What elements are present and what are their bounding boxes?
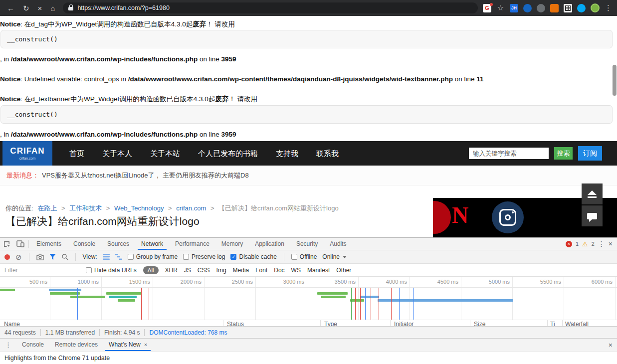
news-text[interactable]: VPS服务器又从fzhost.net换回Linode了， 主要仍用朋友推荐的大前… (42, 171, 249, 180)
filter-type-manifest[interactable]: Manifest (307, 267, 330, 274)
filter-type-css[interactable]: CSS (198, 267, 210, 274)
preserve-log-checkbox[interactable]: Preserve log (183, 253, 225, 260)
browser-menu-icon[interactable]: ⋮ (605, 3, 612, 12)
extension-icon-2[interactable] (523, 4, 532, 12)
whats-new-close-icon[interactable]: × (144, 339, 147, 351)
tab-performance[interactable]: Performance (169, 238, 215, 250)
drawer-menu-icon[interactable]: ⋮ (0, 341, 16, 349)
page-scrollbar-thumb[interactable] (613, 65, 617, 96)
screenshot-camera-icon[interactable] (36, 254, 44, 260)
subscribe-button[interactable]: 订阅 (578, 146, 602, 161)
inspect-element-icon[interactable] (0, 238, 13, 250)
nav-item-books[interactable]: 个人已发布的书籍 (189, 141, 267, 166)
drawer-tab-whats-new[interactable]: What's New × (103, 339, 153, 351)
tab-console[interactable]: Console (67, 238, 101, 250)
tab-security[interactable]: Security (290, 238, 324, 250)
col-size[interactable]: Size (474, 321, 485, 326)
extension-icon-jh[interactable]: JH (510, 4, 518, 12)
nav-item-contact[interactable]: 联系我 (307, 141, 348, 166)
netflix-logo[interactable]: N (452, 204, 468, 227)
back-to-top-button[interactable] (582, 183, 603, 204)
filter-type-img[interactable]: Img (216, 267, 226, 274)
filter-type-font[interactable]: Font (255, 267, 267, 274)
network-waterfall-area[interactable] (0, 288, 617, 320)
tab-application[interactable]: Application (249, 238, 290, 250)
clear-icon[interactable]: ⊘ (15, 253, 22, 261)
filter-type-ws[interactable]: WS (291, 267, 301, 274)
comments-button[interactable] (582, 205, 603, 226)
nav-item-about-me[interactable]: 关于本人 (93, 141, 141, 166)
tab-memory[interactable]: Memory (215, 238, 249, 250)
filter-type-doc[interactable]: Doc (274, 267, 284, 274)
url-text[interactable]: https://www.crifan.com/?p=61980 (77, 4, 169, 11)
search-button[interactable]: 搜索 (554, 147, 573, 160)
devtools-more-icon[interactable]: ⋮ (598, 240, 605, 247)
address-bar[interactable]: https://www.crifan.com/?p=61980 (63, 2, 478, 13)
back-icon[interactable]: ← (7, 4, 14, 12)
col-status[interactable]: Status (227, 321, 244, 326)
disable-cache-checkbox[interactable]: ✓ Disable cache (230, 253, 276, 260)
site-logo[interactable]: CRIFAN crifan.com (2, 141, 52, 166)
nav-item-about-site[interactable]: 关于本站 (141, 141, 189, 166)
offline-checkbox[interactable]: Offline (291, 253, 317, 260)
filter-type-other[interactable]: Other (336, 267, 351, 274)
error-badge-icon[interactable]: × (566, 241, 572, 247)
search-input[interactable] (469, 148, 549, 159)
breadcrumb-link-web[interactable]: Web_Technology (114, 204, 164, 212)
network-request-bar[interactable] (106, 292, 141, 295)
search-icon[interactable] (61, 253, 68, 260)
network-request-bar[interactable] (350, 299, 364, 302)
network-request-bar[interactable] (0, 289, 15, 291)
drawer-close-icon[interactable]: × (609, 342, 613, 349)
nav-item-home[interactable]: 首页 (60, 141, 93, 166)
drawer-tab-console[interactable]: Console (16, 339, 49, 351)
network-request-bar[interactable] (70, 296, 105, 298)
throttling-dropdown[interactable]: Online (322, 253, 347, 260)
network-request-bar[interactable] (360, 296, 379, 298)
view-overview-icon[interactable] (115, 254, 122, 260)
filter-type-xhr[interactable]: XHR (165, 267, 178, 274)
network-request-bar[interactable] (317, 292, 348, 295)
network-timeline[interactable]: 500 ms1000 ms1500 ms2000 ms2500 ms3000 m… (0, 277, 617, 288)
col-time[interactable]: Ti (550, 321, 555, 326)
view-rows-icon[interactable] (103, 254, 110, 260)
nav-item-support[interactable]: 支持我 (267, 141, 307, 166)
network-request-bar[interactable] (109, 296, 137, 298)
drawer-tab-remote-devices[interactable]: Remote devices (49, 339, 103, 351)
extension-icon-3[interactable] (537, 4, 545, 12)
device-toolbar-icon[interactable] (13, 238, 27, 250)
extension-icon-4[interactable] (550, 4, 559, 12)
bookmark-star-icon[interactable]: ☆ (496, 4, 505, 12)
network-filter-input[interactable] (4, 267, 79, 274)
breadcrumb-link-crifan[interactable]: crifan.com (176, 204, 206, 212)
col-waterfall[interactable]: Waterfall (565, 321, 589, 326)
col-type[interactable]: Type (324, 321, 337, 326)
tab-elements[interactable]: Elements (30, 238, 67, 250)
col-name[interactable]: Name (4, 321, 20, 326)
col-initiator[interactable]: Initiator (394, 321, 413, 326)
extension-icon-1[interactable]: G (483, 4, 491, 12)
breadcrumb-link-tech[interactable]: 工作和技术 (69, 204, 102, 212)
tab-sources[interactable]: Sources (101, 238, 135, 250)
instagram-logo[interactable] (492, 201, 524, 233)
reload-icon[interactable]: ↻ (23, 4, 29, 12)
filter-funnel-icon[interactable] (49, 254, 56, 260)
network-request-bar[interactable] (49, 289, 81, 291)
warning-icon[interactable]: ⚠ (582, 241, 588, 247)
group-by-frame-checkbox[interactable]: Group by frame (128, 253, 178, 260)
network-request-bar[interactable] (378, 299, 513, 302)
filter-type-all[interactable]: All (143, 266, 159, 274)
profile-avatar[interactable] (591, 3, 600, 12)
devtools-close-icon[interactable]: × (609, 240, 613, 247)
tab-audits[interactable]: Audits (324, 238, 352, 250)
filter-type-media[interactable]: Media (233, 267, 249, 274)
network-request-bar[interactable] (118, 299, 135, 302)
extension-icon-qr[interactable] (564, 4, 572, 12)
home-icon[interactable]: ⌂ (50, 4, 55, 12)
network-request-bar[interactable] (321, 296, 346, 298)
record-button[interactable] (4, 254, 10, 260)
tab-network[interactable]: Network (135, 238, 169, 250)
extension-icon-5[interactable] (577, 4, 586, 12)
breadcrumb-link-home[interactable]: 在路上 (37, 204, 57, 212)
network-request-bar[interactable] (50, 292, 80, 295)
